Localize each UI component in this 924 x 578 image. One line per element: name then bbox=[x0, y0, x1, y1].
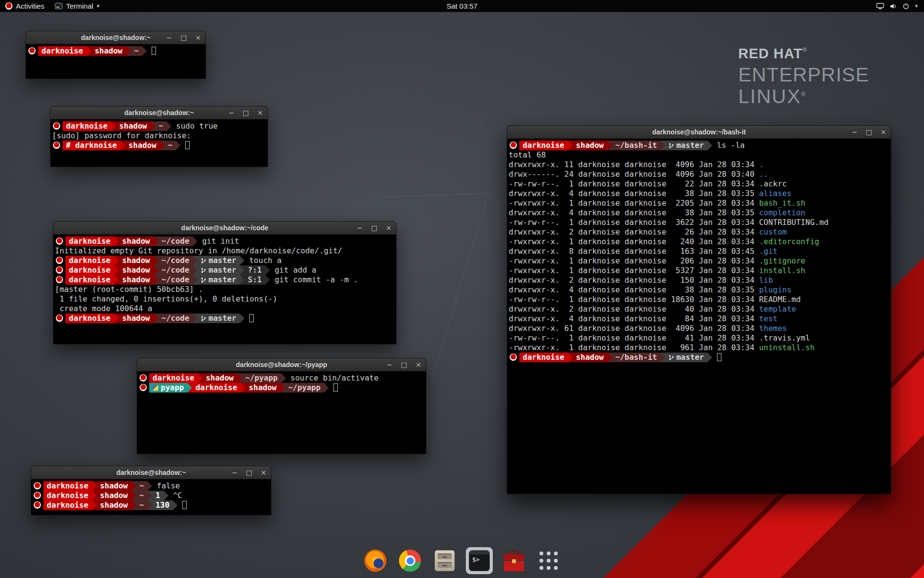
chevron-down-icon: ▾ bbox=[915, 3, 918, 9]
terminal-line: -rwxrwxr-x. 1 darknoise darknoise 5327 J… bbox=[509, 266, 889, 276]
chrome-core bbox=[407, 557, 414, 565]
git-branch-icon bbox=[668, 354, 674, 363]
window-titlebar[interactable]: darknoise@shadow:~−□× bbox=[26, 31, 205, 44]
minimize-button[interactable]: − bbox=[228, 109, 235, 117]
terminal-line: darknoiseshadow~ sudo true bbox=[52, 121, 266, 131]
prompt-segment-host: shadow bbox=[97, 491, 131, 500]
terminal-line: -rwxrwxr-x. 1 darknoise darknoise 240 Ja… bbox=[509, 237, 889, 247]
prompt-segment-host: shadow bbox=[119, 314, 154, 323]
maximize-button[interactable]: □ bbox=[400, 361, 408, 368]
terminal-text: aliases bbox=[759, 189, 791, 198]
terminal-content[interactable]: darknoiseshadow~ bbox=[26, 44, 205, 58]
powerline-arrow-icon bbox=[192, 256, 197, 265]
terminal-window[interactable]: darknoise@shadow:~/code−□×darknoiseshado… bbox=[53, 221, 397, 344]
terminal-line: darknoiseshadow~/codemaster touch a bbox=[55, 256, 395, 265]
terminal-line: [master (root-commit) 50bcb63] . bbox=[55, 285, 395, 294]
prompt-segment-user: darknoise bbox=[519, 353, 568, 362]
terminal-line: 1 file changed, 0 insertions(+), 0 delet… bbox=[55, 294, 395, 304]
prompt-segment-path: ~/code bbox=[158, 236, 193, 246]
window-titlebar[interactable]: darknoise@shadow:~−□× bbox=[31, 466, 271, 479]
minimize-button[interactable]: − bbox=[851, 129, 858, 136]
powerline-arrow-icon bbox=[265, 275, 270, 285]
powerline-arrow-icon bbox=[114, 314, 119, 323]
terminal-text: install.sh bbox=[759, 266, 805, 275]
terminal-dock-icon[interactable]: $> bbox=[466, 547, 493, 574]
maximize-button[interactable]: □ bbox=[180, 34, 187, 41]
system-status-area[interactable]: ▾ bbox=[870, 0, 924, 12]
close-button[interactable]: × bbox=[415, 361, 422, 368]
powerline-arrow-icon bbox=[660, 353, 665, 362]
terminal-line: pyappdarknoiseshadow~/pyapp bbox=[139, 383, 424, 393]
maximize-button[interactable]: □ bbox=[865, 129, 873, 136]
window-controls: −□× bbox=[851, 126, 887, 138]
powerline-arrow-icon bbox=[324, 383, 329, 393]
window-titlebar[interactable]: darknoise@shadow:~/pyapp−□× bbox=[137, 358, 426, 371]
minimize-button[interactable]: − bbox=[166, 34, 173, 41]
redhat-prompt-icon bbox=[140, 384, 147, 391]
clock[interactable]: Sat 03:57 bbox=[442, 0, 482, 12]
terminal-window[interactable]: darknoise@shadow:~−□×darknoiseshadow~ su… bbox=[50, 106, 268, 167]
powerline-arrow-icon bbox=[160, 141, 165, 150]
minimize-button[interactable]: − bbox=[231, 469, 238, 476]
chevron-down-icon: ▾ bbox=[97, 3, 100, 9]
terminal-line: darknoiseshadow~/codemaster?:1 git add a bbox=[55, 265, 395, 275]
terminal-line: drwxrwxr-x. 4 darknoise darknoise 84 Jan… bbox=[509, 314, 889, 324]
close-button[interactable]: × bbox=[385, 224, 392, 232]
chrome-dock-icon[interactable] bbox=[397, 547, 424, 574]
prompt-segment-venv: pyapp bbox=[149, 383, 187, 393]
toolbox-dock-icon[interactable] bbox=[500, 547, 527, 574]
prompt-segment-user: darknoise bbox=[43, 500, 92, 510]
maximize-button[interactable]: □ bbox=[371, 224, 378, 232]
powerline-arrow-icon bbox=[281, 373, 286, 383]
terminal-text: drwxrwxr-x. 4 darknoise darknoise 38 Jan… bbox=[509, 208, 759, 217]
terminal-text: git commit -a -m . bbox=[270, 275, 358, 284]
files-dock-icon[interactable] bbox=[431, 547, 458, 574]
firefox-dock-icon[interactable] bbox=[362, 547, 389, 574]
terminal-line: create mode 100644 a bbox=[55, 304, 395, 314]
powerline-arrow-icon bbox=[164, 491, 168, 500]
terminal-window[interactable]: darknoise@shadow:~−□×darknoiseshadow~ bbox=[26, 31, 206, 79]
terminal-line: Initialized empty Git repository in /hom… bbox=[55, 246, 395, 256]
prompt-segment-path: ~/code bbox=[158, 275, 193, 285]
maximize-button[interactable]: □ bbox=[245, 469, 253, 476]
close-button[interactable]: × bbox=[880, 129, 887, 136]
app-menu-button[interactable]: Terminal ▾ bbox=[50, 0, 104, 12]
terminal-text: .ackrc bbox=[759, 179, 787, 188]
terminal-content[interactable]: darknoiseshadow~/pyapp source bin/activa… bbox=[137, 371, 426, 394]
terminal-line: -rwxrwxr-x. 1 darknoise darknoise 2205 J… bbox=[509, 198, 889, 208]
window-titlebar[interactable]: darknoise@shadow:~−□× bbox=[51, 106, 268, 119]
window-titlebar[interactable]: darknoise@shadow:~/code−□× bbox=[53, 222, 396, 235]
terminal-text bbox=[712, 353, 717, 362]
terminal-text: touch a bbox=[244, 256, 282, 265]
terminal-line: -rw-rw-r--. 1 darknoise darknoise 3622 J… bbox=[509, 218, 889, 227]
terminal-line: drwxrwxr-x. 4 darknoise darknoise 38 Jan… bbox=[509, 208, 889, 218]
terminal-text: template bbox=[759, 304, 796, 314]
minimize-button[interactable]: − bbox=[356, 224, 363, 232]
terminal-content[interactable]: darknoiseshadow~/code git initInitialize… bbox=[53, 235, 396, 325]
terminal-window[interactable]: darknoise@shadow:~/pyapp−□×darknoiseshad… bbox=[137, 358, 426, 454]
terminal-cursor bbox=[182, 501, 187, 509]
terminal-text: drwx------. 24 darknoise darknoise 4096 … bbox=[509, 170, 759, 179]
terminal-content[interactable]: darknoiseshadow~ falsedarknoiseshadow~1 … bbox=[31, 479, 271, 512]
redhat-logo-icon bbox=[5, 2, 13, 10]
close-button[interactable]: × bbox=[260, 469, 267, 476]
redhat-prompt-icon bbox=[53, 142, 60, 149]
app-grid-dock-icon[interactable] bbox=[535, 547, 562, 574]
terminal-text: git add a bbox=[270, 265, 316, 275]
close-button[interactable]: × bbox=[194, 34, 202, 41]
activities-button[interactable]: Activities bbox=[0, 0, 50, 12]
powerline-arrow-icon bbox=[173, 500, 178, 510]
terminal-window[interactable]: darknoise@shadow:~/bash-it−□×darknoisesh… bbox=[507, 125, 891, 494]
terminal-content[interactable]: darknoiseshadow~ sudo true[sudo] passwor… bbox=[51, 119, 268, 152]
minimize-button[interactable]: − bbox=[386, 361, 393, 368]
terminal-text: drwxrwxr-x. 4 darknoise darknoise 38 Jan… bbox=[509, 189, 759, 198]
maximize-button[interactable]: □ bbox=[242, 109, 249, 117]
window-titlebar[interactable]: darknoise@shadow:~/bash-it−□× bbox=[507, 126, 891, 139]
terminal-content[interactable]: darknoiseshadow~/bash-itmaster ls -latot… bbox=[507, 139, 891, 364]
close-button[interactable]: × bbox=[257, 109, 264, 117]
terminal-text: .gitignore bbox=[759, 256, 805, 265]
terminal-window[interactable]: darknoise@shadow:~−□×darknoiseshadow~ fa… bbox=[31, 466, 271, 515]
terminal-line: -rw-rw-r--. 1 darknoise darknoise 22 Jan… bbox=[509, 179, 889, 189]
terminal-text: drwxrwxr-x. 11 darknoise darknoise 4096 … bbox=[509, 160, 759, 169]
powerline-arrow-icon bbox=[92, 491, 97, 500]
